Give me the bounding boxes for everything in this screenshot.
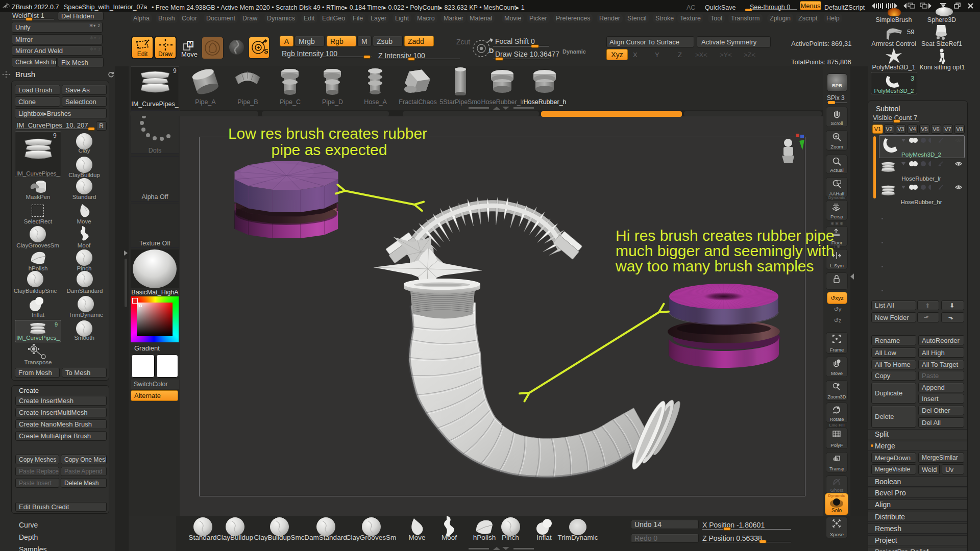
svg-text:S: S (264, 47, 268, 55)
svg-text:D: D (489, 47, 494, 55)
svg-text:Hi res brush creates rubber pi: Hi res brush creates rubber pipe (616, 227, 835, 244)
svg-text:much bigger and seemingly with: much bigger and seemingly with (616, 242, 835, 259)
svg-text:pipe as expected: pipe as expected (272, 141, 387, 158)
svg-text:way too many brush samples: way too many brush samples (615, 258, 814, 274)
svg-text:M: M (188, 41, 193, 48)
svg-text:Low res brush creates rubber: Low res brush creates rubber (228, 125, 427, 142)
